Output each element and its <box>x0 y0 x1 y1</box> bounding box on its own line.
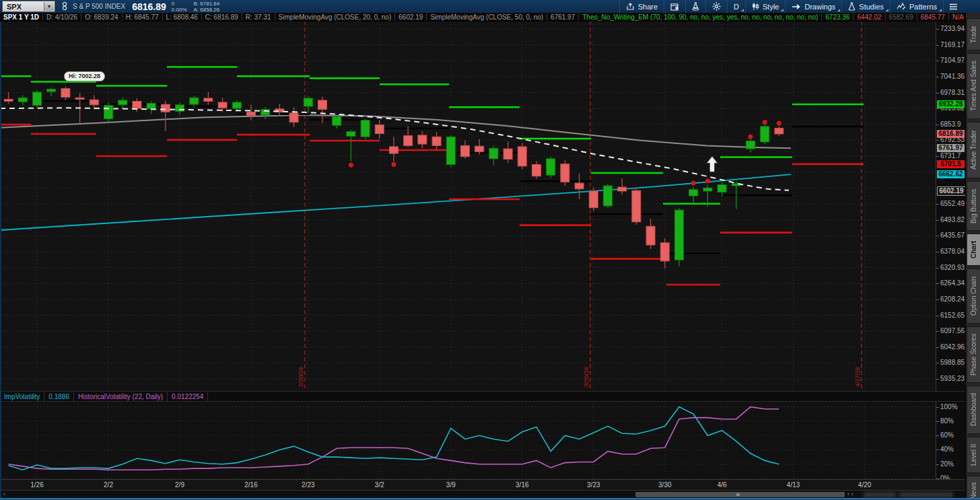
scroll-arrows-icon[interactable]: ‹ › <box>847 491 853 498</box>
study-label[interactable]: HistoricalVolatility (22, Daily) <box>74 392 168 401</box>
symbol-dropdown-icon[interactable]: ▼ <box>44 2 54 11</box>
price-axis-tick <box>936 29 939 30</box>
date-axis-label: 2/9 <box>168 481 191 489</box>
signal-dot <box>763 120 767 124</box>
price-axis-tick <box>936 379 939 380</box>
study-label[interactable]: Theo_No_Writing_EM (70, 100, 90, no, no,… <box>579 13 822 21</box>
candle <box>775 128 783 134</box>
tab-big-buttons[interactable]: Big Buttons <box>967 181 980 231</box>
candle <box>689 190 698 197</box>
price-axis-label: 6493.82 <box>940 216 965 223</box>
volatility-axis-label: 80% <box>940 417 954 425</box>
expiration-label: 2/20/26 <box>298 367 304 387</box>
study-label[interactable]: ImpVolatility <box>0 392 44 401</box>
candle <box>618 187 627 191</box>
price-axis-badge: 6662.62 <box>937 170 965 178</box>
candle <box>432 137 441 145</box>
study-label[interactable]: SimpleMovingAvg (CLOSE, 50, 0, no) <box>427 13 547 21</box>
bid-value: B: 6781.64 <box>194 1 220 7</box>
header-value: L: 6808.46 <box>163 13 202 21</box>
top-toolbar: SPX ▼ S & P 500 INDEX 6816.89 0 0.00% B:… <box>0 0 980 13</box>
date-axis-label: 1/26 <box>26 481 48 489</box>
volatility-axis-tick <box>936 435 939 436</box>
tab-level-ii[interactable]: Level II <box>967 437 980 473</box>
scroll-left-edge-icon[interactable]: ‹ <box>3 491 5 498</box>
change-value: 0 <box>172 1 187 7</box>
symbol-description: S & P 500 INDEX <box>73 3 125 10</box>
signal-dot <box>705 179 710 184</box>
toolbar-button-patterns[interactable]: Patterns <box>890 0 943 13</box>
volatility-chart[interactable] <box>0 400 936 479</box>
price-axis-tick <box>936 252 939 252</box>
scrollbar-thumb[interactable] <box>635 492 845 497</box>
candle <box>332 116 341 125</box>
toolbar-button-calendar-icon[interactable] <box>664 0 685 13</box>
dropdown-corner-icon <box>837 9 840 11</box>
candle <box>147 104 155 109</box>
candle <box>90 100 98 105</box>
toolbar-buttons: ShareDStyleDrawingsStudiesPatterns <box>619 0 964 13</box>
gear-icon <box>712 2 721 11</box>
price-axis-label: 5988.85 <box>940 359 965 366</box>
candle <box>761 127 769 142</box>
volatility-axis-tick <box>936 464 939 465</box>
date-axis-label: 3/30 <box>654 481 676 489</box>
study-value: 0.1886 <box>44 392 74 401</box>
study-label[interactable]: SimpleMovingAvg (CLOSE, 20, 0, no) <box>275 13 396 21</box>
tab-chart[interactable]: Chart <box>967 234 980 266</box>
price-axis-tick <box>936 299 939 300</box>
price-axis-badge: 6816.89 <box>937 130 965 138</box>
tab-live-news[interactable]: Live News <box>967 476 980 500</box>
candle <box>61 89 70 98</box>
price-chart[interactable]: 2/20/263/20/264/17/26 <box>0 21 936 391</box>
date-axis-label: 2/2 <box>97 481 120 489</box>
tab-phase-scores[interactable]: Phase Scores <box>967 326 980 383</box>
toolbar-button-flask-icon[interactable] <box>685 0 705 13</box>
symbol-input[interactable]: SPX ▼ <box>2 1 55 12</box>
candle <box>547 159 555 175</box>
symbol-value[interactable]: SPX <box>3 3 43 11</box>
tab-option-chain[interactable]: Option Chain <box>967 269 980 324</box>
tab-active-trader[interactable]: Active Trader <box>967 122 980 178</box>
price-axis-tick <box>936 236 939 236</box>
tab-dashboard[interactable]: Dashboard <box>967 386 980 434</box>
candle <box>703 188 712 191</box>
toolbar-button-label: D <box>734 3 739 11</box>
toolbar-button-d[interactable]: D <box>727 0 745 13</box>
toolbar-button-menu-icon[interactable] <box>943 0 964 13</box>
scrollbar-grip[interactable] <box>736 493 740 496</box>
toolbar-button-share[interactable]: Share <box>619 0 664 13</box>
price-axis-label: 6264.34 <box>940 279 965 287</box>
toolbar-button-studies[interactable]: Studies <box>841 0 890 13</box>
price-axis-label: 6152.65 <box>940 312 965 319</box>
study-value: 0.0122254 <box>168 392 208 401</box>
volatility-axis-label: 60% <box>940 431 954 439</box>
dropdown-corner-icon <box>741 9 744 11</box>
patterns-icon <box>897 3 906 10</box>
toolbar-button-label: Patterns <box>909 3 937 11</box>
studies-icon <box>848 2 855 11</box>
toolbar-button-style[interactable]: Style <box>745 0 785 13</box>
candle <box>718 184 726 192</box>
toolbar-button-gear-icon[interactable] <box>705 0 727 13</box>
price-axis[interactable]: 7233.947169.177104.977041.366978.316915.… <box>936 21 966 490</box>
candle <box>489 148 498 159</box>
candle <box>247 112 256 115</box>
date-axis[interactable]: 1/262/22/92/162/233/23/93/163/233/304/64… <box>0 479 965 491</box>
tab-times-and-sales[interactable]: Times And Sales <box>967 53 980 119</box>
price-axis-label: 6042.96 <box>940 343 965 351</box>
date-axis-label: 4/6 <box>711 481 734 489</box>
toolbar-button-drawings[interactable]: Drawings <box>785 0 841 13</box>
candle <box>218 102 227 108</box>
toolbar-button-label: Drawings <box>804 3 835 11</box>
link-icon[interactable] <box>61 1 69 12</box>
tab-trade[interactable]: Trade <box>967 18 980 50</box>
toolbar-button-label: Share <box>638 3 658 11</box>
price-axis-tick <box>936 93 939 94</box>
header-value: 6761.97 <box>547 13 579 21</box>
price-axis-label: 6731.7 <box>940 152 961 159</box>
candle <box>404 136 413 146</box>
expiration-label: 4/17/26 <box>854 367 861 387</box>
price-axis-tick <box>936 156 939 157</box>
price-axis-tick <box>936 220 939 221</box>
